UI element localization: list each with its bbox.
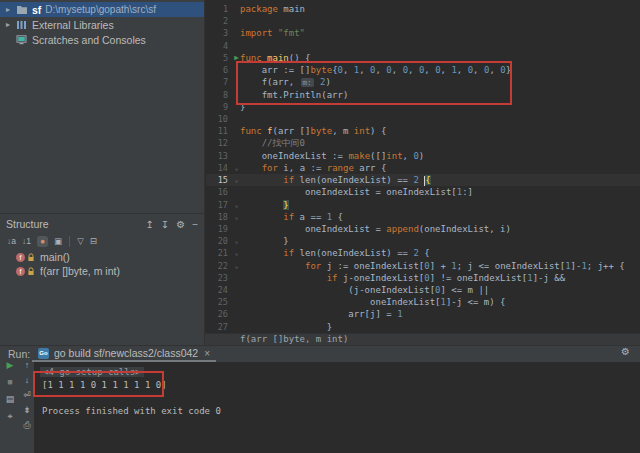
tree-item-label: sf bbox=[32, 4, 41, 16]
code-line-20[interactable]: 20⌄ } bbox=[206, 235, 640, 247]
rerun-icon[interactable]: ▶ bbox=[7, 361, 14, 370]
up-stack-trace-icon[interactable]: ↑ bbox=[25, 361, 30, 370]
structure-item-label: main() bbox=[40, 251, 70, 263]
settings-gear-icon[interactable]: ⚙ bbox=[176, 220, 185, 230]
code-line-19[interactable]: 19 oneIndexList = append(oneIndexList, i… bbox=[206, 223, 640, 235]
code-line-11[interactable]: 11func f(arr []byte, m int) { bbox=[206, 125, 640, 137]
code-line-23[interactable]: 23 if j-oneIndexList[0] != oneIndexList[… bbox=[206, 272, 640, 284]
code-line-4[interactable]: 4 bbox=[206, 40, 640, 52]
hide-panel-icon[interactable]: − bbox=[192, 220, 198, 230]
structure-header: Structure ↥↧⚙− bbox=[0, 214, 204, 233]
code-line-7[interactable]: 7 f(arr, m: 2) bbox=[206, 76, 640, 88]
tree-item-scratches-and-consoles[interactable]: Scratches and Consoles bbox=[0, 32, 204, 47]
console-settings-gear-icon[interactable]: ⚙ bbox=[621, 347, 630, 357]
restore-layout-icon[interactable]: ▤ bbox=[6, 395, 15, 404]
code-text: if j-oneIndexList[0] != oneIndexList[1]-… bbox=[240, 272, 565, 284]
code-line-17[interactable]: 17⌄ } bbox=[206, 199, 640, 211]
code-text: } bbox=[240, 321, 332, 333]
print-icon[interactable]: ⎙ bbox=[23, 421, 30, 430]
line-number: 15 bbox=[206, 174, 228, 186]
function-icon: f bbox=[16, 267, 25, 276]
code-line-13[interactable]: 13 oneIndexList := make([]int, 0) bbox=[206, 150, 640, 162]
line-number: 25 bbox=[206, 296, 228, 308]
code-line-5[interactable]: 5▶func main() { bbox=[206, 52, 640, 64]
code-line-27[interactable]: 27 } bbox=[206, 321, 640, 333]
run-tab[interactable]: Go go build sf/newclass2/class042 × bbox=[32, 346, 216, 362]
code-text: func f(arr []byte, m int) { bbox=[240, 125, 386, 137]
expand-all-icon[interactable]: ↥ bbox=[145, 220, 153, 230]
show-fields-icon[interactable]: ▣ bbox=[54, 237, 62, 246]
line-number: 9 bbox=[206, 101, 228, 113]
line-number: 4 bbox=[206, 40, 228, 52]
parameter-hint-bar: f(arr []byte, m int) bbox=[205, 333, 640, 345]
code-text: (j-oneIndexList[0] <= m || bbox=[240, 284, 489, 296]
tree-item-external-libraries[interactable]: ▸External Libraries bbox=[0, 17, 204, 32]
line-number: 24 bbox=[206, 284, 228, 296]
code-text: } bbox=[240, 101, 245, 113]
code-text: func main() { bbox=[240, 52, 310, 64]
code-line-15[interactable]: 15⌄ if len(oneIndexList) == 2 { bbox=[206, 174, 640, 186]
code-editor[interactable]: 1package main23import "fmt"45▶func main(… bbox=[206, 0, 640, 333]
code-text: package main bbox=[240, 3, 305, 15]
code-text: for j := oneIndexList[0] + 1; j <= oneIn… bbox=[240, 260, 625, 272]
autoscroll-icon[interactable]: ⊟ bbox=[90, 237, 97, 246]
folder-icon bbox=[16, 5, 32, 15]
line-number: 5 bbox=[206, 52, 228, 64]
run-toolbar: ▶■▤⌖ bbox=[2, 361, 18, 421]
code-line-12[interactable]: 12 //找中间0 bbox=[206, 137, 640, 149]
group-methods-icon[interactable]: ● bbox=[37, 236, 48, 247]
line-number: 8 bbox=[206, 89, 228, 101]
structure-item-label: f(arr []byte, m int) bbox=[40, 265, 120, 277]
code-line-14[interactable]: 14⌄ for i, a := range arr { bbox=[206, 162, 640, 174]
code-line-21[interactable]: 21⌄ if len(oneIndexList) == 2 { bbox=[206, 247, 640, 259]
code-line-6[interactable]: 6 arr := []byte{0, 1, 0, 0, 0, 0, 0, 1, … bbox=[206, 64, 640, 76]
code-line-10[interactable]: 10 bbox=[206, 113, 640, 125]
line-number: 14 bbox=[206, 162, 228, 174]
code-text: if len(oneIndexList) == 2 { bbox=[240, 174, 431, 186]
line-number: 17 bbox=[206, 199, 228, 211]
pin-tab-icon[interactable]: ⌖ bbox=[7, 412, 12, 421]
code-line-24[interactable]: 24 (j-oneIndexList[0] <= m || bbox=[206, 284, 640, 296]
line-number: 23 bbox=[206, 272, 228, 284]
code-text: oneIndexList = oneIndexList[1:] bbox=[240, 186, 473, 198]
structure-item-f[interactable]: ff(arr []byte, m int) bbox=[0, 264, 204, 278]
soft-wrap-icon[interactable]: ⏎ bbox=[23, 391, 31, 400]
line-number: 26 bbox=[206, 308, 228, 320]
scroll-to-end-icon[interactable]: ⇟ bbox=[23, 406, 31, 415]
close-tab-icon[interactable]: × bbox=[204, 348, 210, 359]
down-stack-trace-icon[interactable]: ↓ bbox=[25, 376, 30, 385]
code-line-16[interactable]: 16 oneIndexList = oneIndexList[1:] bbox=[206, 186, 640, 198]
go-build-icon: Go bbox=[38, 348, 49, 359]
code-line-1[interactable]: 1package main bbox=[206, 3, 640, 15]
sort-alphabetically-icon[interactable]: ↓a bbox=[7, 237, 16, 246]
code-line-18[interactable]: 18⌄ if a == 1 { bbox=[206, 211, 640, 223]
code-text: oneIndexList[1]-j <= m) { bbox=[240, 296, 506, 308]
project-tree: ▸sfD:\mysetup\gopath\src\sf▸External Lib… bbox=[0, 2, 204, 47]
code-line-2[interactable]: 2 bbox=[206, 15, 640, 27]
run-tabbar: Run: Go go build sf/newclass2/class042 ×… bbox=[0, 346, 640, 362]
code-line-9[interactable]: 9} bbox=[206, 101, 640, 113]
code-line-22[interactable]: 22⌄ for j := oneIndexList[0] + 1; j <= o… bbox=[206, 260, 640, 272]
run-console: <4 go setup calls>[1 1 1 1 0 1 1 1 1 1 0… bbox=[34, 362, 640, 453]
collapse-all-icon[interactable]: ↧ bbox=[161, 220, 169, 230]
lock-icon bbox=[27, 267, 35, 276]
code-line-3[interactable]: 3import "fmt" bbox=[206, 27, 640, 39]
chevron-right-icon: ▸ bbox=[6, 20, 16, 29]
code-line-25[interactable]: 25 oneIndexList[1]-j <= m) { bbox=[206, 296, 640, 308]
code-line-26[interactable]: 26 arr[j] = 1 bbox=[206, 308, 640, 320]
structure-panel: Structure ↥↧⚙− ↓a↓1●▣▽⊟ fmain()ff(arr []… bbox=[0, 213, 204, 278]
console-toolbar: ↑↓⏎⇟⎙ bbox=[19, 361, 35, 430]
code-text: import "fmt" bbox=[240, 27, 305, 39]
folded-setup-calls[interactable]: <4 go setup calls> bbox=[40, 367, 144, 377]
line-number: 16 bbox=[206, 186, 228, 198]
structure-title: Structure bbox=[6, 218, 49, 230]
process-status: Process finished with exit code 0 bbox=[42, 406, 221, 416]
stop-icon[interactable]: ■ bbox=[7, 378, 12, 387]
tree-item-sf[interactable]: ▸sfD:\mysetup\gopath\src\sf bbox=[0, 2, 204, 17]
code-line-8[interactable]: 8 fmt.Println(arr) bbox=[206, 89, 640, 101]
filter-icon[interactable]: ▽ bbox=[77, 237, 84, 246]
structure-item-main[interactable]: fmain() bbox=[0, 250, 204, 264]
sort-by-visibility-icon[interactable]: ↓1 bbox=[22, 237, 31, 246]
code-text: for i, a := range arr { bbox=[240, 162, 386, 174]
toolbar-divider bbox=[69, 236, 70, 247]
